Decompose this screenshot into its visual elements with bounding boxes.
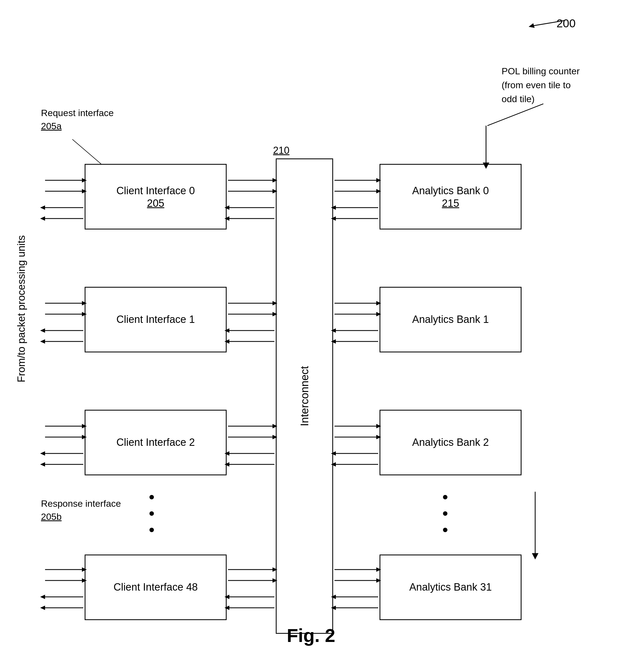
ab2-to-ic-1 [331, 451, 378, 456]
arrow-200 [524, 11, 578, 30]
ci1-to-ic-1 [228, 301, 277, 305]
svg-marker-7 [40, 205, 45, 210]
svg-marker-55 [40, 451, 45, 456]
ci2-arrow-in-1 [45, 424, 87, 428]
response-interface-label: Response interface 205b [41, 497, 121, 523]
ic-to-ci1-1 [224, 328, 274, 333]
client-interface-48-box: Client Interface 48 [84, 555, 227, 620]
ci1-arrow-in-2 [45, 312, 87, 316]
ab1-to-ic-2 [331, 339, 378, 344]
svg-line-0 [532, 21, 565, 26]
ci48-to-ic-2 [228, 578, 277, 583]
ic-to-ab0-in-1 [335, 178, 381, 182]
analytics-bank-1-box: Analytics Bank 1 [380, 287, 521, 352]
ci48-arrow-in-1 [45, 567, 87, 572]
svg-marker-101 [532, 553, 539, 560]
ab31-to-ic-1 [331, 595, 378, 599]
client-interface-0-box: Client Interface 0 205 [84, 164, 227, 230]
ci2-arrow-out-1 [40, 451, 83, 456]
analytics-bank-31-box: Analytics Bank 31 [380, 555, 521, 620]
ci2-arrow-out-2 [40, 462, 83, 467]
ic-to-ci2-2 [224, 462, 274, 467]
request-interface-arrow [72, 139, 101, 164]
ab31-down-arrow [532, 492, 539, 560]
dots-right: ••• [442, 489, 449, 538]
ic-to-ab1-1 [335, 301, 381, 305]
ic-to-ab0-in-2 [335, 189, 381, 193]
ci1-arrow-in-1 [45, 301, 87, 305]
diagram-container: { "figure": { "number": "200", "caption"… [0, 0, 622, 672]
ab1-to-ic-1 [331, 328, 378, 333]
ic-to-ci0-out-1 [224, 205, 274, 210]
ci0-arrow-out-1 [40, 205, 83, 210]
ic-to-ab31-2 [335, 578, 381, 583]
svg-marker-57 [40, 462, 45, 467]
dots-left: ••• [149, 489, 155, 538]
ic-to-ci1-2 [224, 339, 274, 344]
svg-marker-31 [40, 328, 45, 333]
ab2-to-ic-2 [331, 462, 378, 467]
ci0-to-ic-in-2 [228, 189, 277, 193]
ci48-arrow-in-2 [45, 578, 87, 583]
ci48-arrow-out-2 [40, 606, 83, 610]
ci0-arrow-in-1 [45, 178, 87, 182]
svg-marker-81 [40, 606, 45, 610]
request-interface-label: Request interface 205a [41, 106, 114, 133]
svg-marker-79 [40, 595, 45, 599]
analytics-bank-2-box: Analytics Bank 2 [380, 410, 521, 475]
svg-marker-1 [529, 23, 534, 28]
svg-line-102 [72, 139, 101, 164]
ci0-to-ic-in-1 [228, 178, 277, 182]
ic-to-ab2-2 [335, 435, 381, 439]
interconnect-box: Interconnect [276, 159, 333, 634]
vertical-processing-label: From/to packet processing units [13, 159, 30, 459]
ci1-arrow-out-2 [40, 339, 83, 344]
ci2-to-ic-2 [228, 435, 277, 439]
ci1-to-ic-2 [228, 312, 277, 316]
ic-to-ci48-1 [224, 595, 274, 599]
client-interface-2-box: Client Interface 2 [84, 410, 227, 475]
ci1-arrow-out-1 [40, 328, 83, 333]
interconnect-ref-label: 210 [273, 145, 289, 156]
ab31-to-ic-2 [331, 606, 378, 610]
ab0-to-ic-out-2 [331, 216, 378, 221]
ic-to-ci48-2 [224, 606, 274, 610]
pol-billing-arrow [483, 126, 489, 169]
figure-caption: Fig. 2 [287, 625, 335, 646]
pol-label-line [487, 104, 543, 126]
ci2-to-ic-1 [228, 424, 277, 428]
client-interface-1-box: Client Interface 1 [84, 287, 227, 352]
ci0-arrow-out-2 [40, 216, 83, 221]
ci2-arrow-in-2 [45, 435, 87, 439]
ic-to-ci0-out-2 [224, 216, 274, 221]
ab0-to-ic-out-1 [331, 205, 378, 210]
ci48-to-ic-1 [228, 567, 277, 572]
analytics-bank-0-box: Analytics Bank 0 215 [380, 164, 521, 230]
svg-marker-33 [40, 339, 45, 344]
ic-to-ci2-1 [224, 451, 274, 456]
pol-billing-label: POL billing counter (from even tile to o… [502, 64, 580, 106]
ic-to-ab31-1 [335, 567, 381, 572]
ic-to-ab1-2 [335, 312, 381, 316]
ci0-arrow-in-2 [45, 189, 87, 193]
ic-to-ab2-1 [335, 424, 381, 428]
svg-marker-9 [40, 216, 45, 221]
ci48-arrow-out-1 [40, 595, 83, 599]
